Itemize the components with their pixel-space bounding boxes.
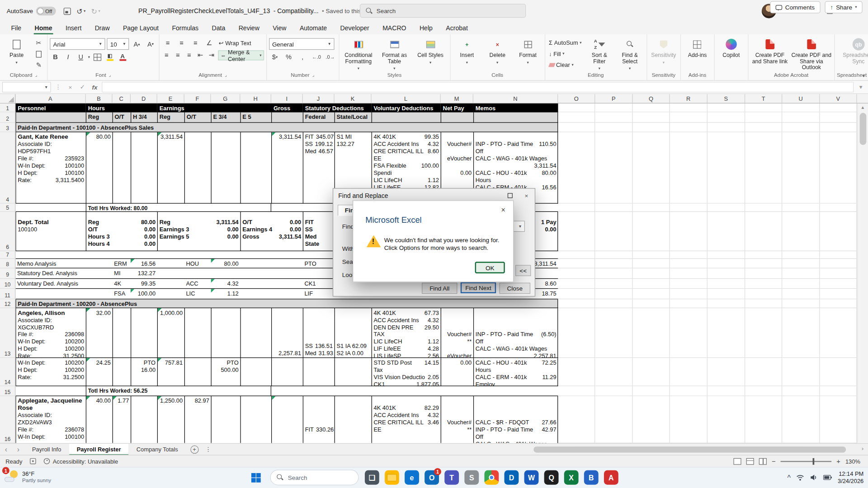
cell-1J[interactable]: Statutory Deductions [303,103,372,113]
cell-13J[interactable]: SS136.51Med31.93 [303,308,335,358]
cell-11J[interactable]: LIF [303,289,335,299]
cell-16G[interactable] [211,396,241,443]
autosum-button[interactable]: ΣAutoSum▾ [547,38,583,47]
comments-button[interactable]: Comments [770,1,820,13]
cell-3T[interactable] [745,123,782,132]
decrease-indent-button[interactable]: ⇤ [196,50,205,60]
cell-12P[interactable] [595,299,632,308]
hidden-icons-chevron[interactable]: ^ [787,474,790,482]
cell-1B[interactable]: Hours [86,103,157,113]
font-size-combo[interactable]: 10▾ [107,38,129,50]
cell-6E[interactable]: Reg3,311.54Earnings 30.00Earnings 50.00 [157,212,241,251]
column-header-Q[interactable]: Q [633,94,670,103]
cell-11O[interactable] [558,289,595,299]
cell-1T[interactable] [745,103,782,113]
cell-11V[interactable] [820,289,857,299]
cell-16M[interactable]: Voucher# ** [441,396,473,443]
sheet-nav-left-icon[interactable]: ‹ [0,445,12,453]
cell-15T[interactable] [745,386,782,396]
cell-12A[interactable]: Paid-In Department - 100200 - AbsencePlu… [15,299,558,308]
cell-16D[interactable] [131,396,157,443]
align-middle-button[interactable]: ≡ [175,38,188,48]
cell-2Q[interactable] [633,113,670,123]
cell-13C[interactable] [113,308,131,358]
ribbon-tab-view[interactable]: View [266,23,293,34]
row-header-16[interactable]: 16 [0,396,15,443]
cell-9P[interactable] [595,268,632,279]
cell-10F[interactable]: ACC [184,279,211,289]
column-header-P[interactable]: P [595,94,632,103]
cell-16N[interactable]: CALC - $R - FDQOT27.66INP - PTO - Paid T… [473,396,558,443]
column-header-E[interactable]: E [157,94,184,103]
cell-1P[interactable] [595,103,632,113]
cell-13K[interactable]: S1 IA 62.09S2 IA 0.00 [335,308,372,358]
align-right-button[interactable]: ≡ [184,50,194,60]
cell-14B[interactable]: 24.25 [86,358,113,386]
row-header-8[interactable]: 8 [0,259,15,268]
cell-16Q[interactable] [633,396,670,443]
cell-13G[interactable] [211,308,241,358]
cell-7S[interactable] [708,251,745,259]
cell-5P[interactable] [595,204,632,212]
cell-16C[interactable]: 1.77 [113,396,131,443]
name-box[interactable]: ▾ [2,82,51,92]
cell-12Q[interactable] [633,299,670,308]
cell-6T[interactable] [745,212,782,251]
cell-1S[interactable] [708,103,745,113]
taskbar-power-bi-icon[interactable]: B [584,470,599,485]
cell-13O[interactable] [558,308,595,358]
ok-button[interactable]: OK [475,262,505,273]
cell-1O[interactable] [558,103,595,113]
cell-7O[interactable] [558,251,595,259]
weather-widget[interactable]: 1 36°FPartly sunny [5,469,51,483]
cell-1E[interactable]: Earnings [157,103,271,113]
cell-14F[interactable] [184,358,211,386]
cell-9S[interactable] [708,268,745,279]
cell-1I[interactable]: Gross [271,103,303,113]
delete-cells-button[interactable]: × Delete ▾ [483,36,512,66]
cell-14V[interactable] [820,358,857,386]
scrollbar-thumb[interactable] [859,113,866,145]
cell-12V[interactable] [820,299,857,308]
zoom-out-button[interactable]: − [772,457,776,465]
cell-4S[interactable] [708,132,745,204]
cell-8A[interactable]: Memo Analysis [15,259,86,268]
cell-2K[interactable]: State/Local [335,113,372,123]
cell-8O[interactable] [558,259,595,268]
row-header-9[interactable]: 9 [0,268,15,279]
cell-6H[interactable]: O/T0.00Earnings 40.00Gross3,311.54 [240,212,302,251]
cell-11D[interactable]: 100.00 [131,289,157,299]
cell-3A[interactable]: Paid-In Department - 100100 - AbsencePlu… [15,123,558,132]
cell-13N[interactable]: INP - PTO - Paid Time Off(6.50)CALC - WA… [473,308,558,358]
vertical-scrollbar[interactable]: ▲ [857,103,868,443]
cell-11T[interactable] [745,289,782,299]
bold-button[interactable]: B [50,52,61,62]
cell-2B[interactable]: Reg [86,113,113,123]
cell-16T[interactable] [745,396,782,443]
cell-14H[interactable] [240,358,271,386]
column-header-M[interactable]: M [441,94,473,103]
cell-13S[interactable] [708,308,745,358]
cell-2M[interactable] [441,113,473,123]
ribbon-tab-home[interactable]: Home [28,23,59,34]
cell-14O[interactable] [558,358,595,386]
cell-4E[interactable]: 3,311.54 [157,132,184,204]
cell-3P[interactable] [595,123,632,132]
cell-14I[interactable] [271,358,303,386]
cell-2O[interactable] [558,113,595,123]
cell-15B[interactable]: Totl Hrs Worked: 56.25 [86,386,271,396]
cell-13F[interactable] [184,308,211,358]
battery-icon[interactable] [823,475,832,480]
cell-2D[interactable]: H 3/4 [131,113,157,123]
cell-3S[interactable] [708,123,745,132]
cell-2J[interactable]: Federal [303,113,335,123]
ribbon-tab-formulas[interactable]: Formulas [165,23,205,34]
cell-10U[interactable] [782,279,820,289]
cell-1R[interactable] [670,103,708,113]
ribbon-tab-page-layout[interactable]: Page Layout [116,23,165,34]
increase-decimal-button[interactable]: ←.0 [310,52,322,62]
cell-14Q[interactable] [633,358,670,386]
cell-styles-button[interactable]: Cell Styles ▾ [413,36,448,66]
cell-10C[interactable]: 4K [113,279,131,289]
cell-13Q[interactable] [633,308,670,358]
